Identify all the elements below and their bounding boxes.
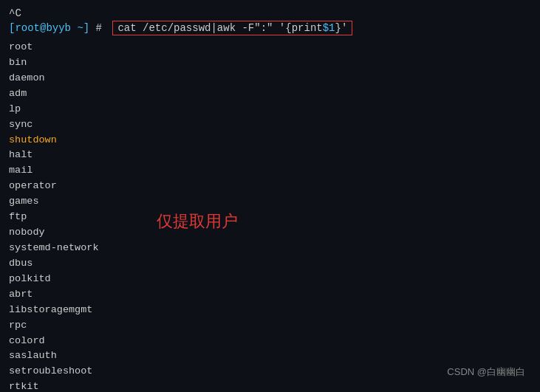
user-item: daemon	[9, 71, 127, 86]
watermark: CSDN @白幽幽白	[447, 365, 525, 379]
prompt-line: [root@byyb ~] # cat /etc/passwd|awk -F":…	[9, 21, 531, 35]
annotation-area: 仅提取用户	[127, 40, 238, 392]
user-item: ftp	[9, 210, 127, 225]
user-item: shutdown	[9, 133, 127, 148]
user-item: saslauth	[9, 348, 127, 364]
user-item: operator	[9, 179, 127, 194]
prompt-user: [root@byyb ~]	[9, 22, 89, 34]
output-area: rootbindaemonadmlpsyncshutdownhaltmailop…	[9, 40, 531, 392]
user-item: rtkit	[9, 379, 127, 392]
user-item: bin	[9, 55, 127, 71]
terminal: ^C [root@byyb ~] # cat /etc/passwd|awk -…	[0, 0, 540, 392]
user-item: polkitd	[9, 272, 127, 287]
command-text: cat /etc/passwd|awk -F":" '{print	[117, 22, 322, 34]
user-item: adm	[9, 86, 127, 102]
command-text-end: }'	[335, 22, 348, 34]
user-item: systemd-network	[9, 241, 127, 256]
ctrl-c-line: ^C	[9, 7, 531, 19]
user-item: libstoragemgmt	[9, 303, 127, 318]
prompt-hash: #	[89, 22, 108, 34]
user-item: halt	[9, 148, 127, 163]
command-box: cat /etc/passwd|awk -F":" '{print $1}'	[112, 21, 352, 35]
user-item: games	[9, 194, 127, 210]
user-item: abrt	[9, 287, 127, 303]
user-item: setroubleshoot	[9, 364, 127, 379]
user-item: root	[9, 40, 127, 55]
user-item: nobody	[9, 225, 127, 241]
user-item: dbus	[9, 256, 127, 272]
command-var: $1	[323, 22, 335, 34]
user-list: rootbindaemonadmlpsyncshutdownhaltmailop…	[9, 40, 127, 392]
user-item: lp	[9, 102, 127, 117]
user-item: rpc	[9, 318, 127, 334]
user-item: mail	[9, 163, 127, 179]
user-item: colord	[9, 334, 127, 349]
annotation-text: 仅提取用户	[157, 210, 238, 233]
user-item: sync	[9, 117, 127, 133]
